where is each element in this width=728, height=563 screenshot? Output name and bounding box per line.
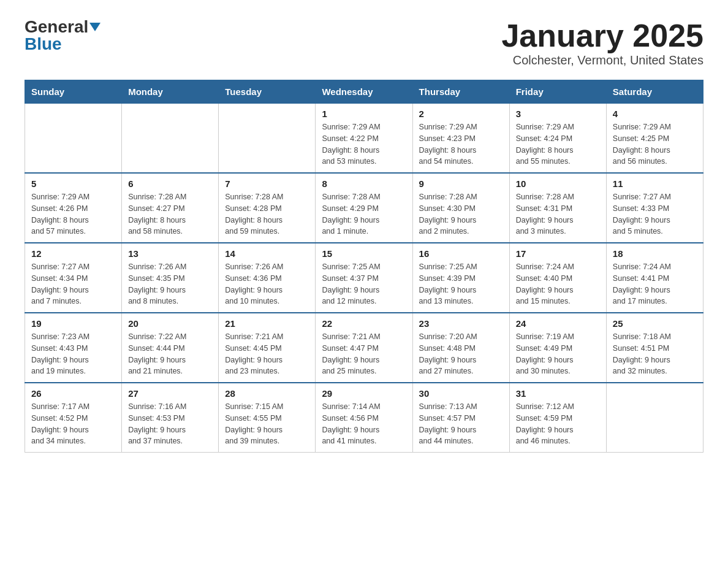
header-saturday: Saturday — [606, 80, 703, 104]
logo-blue-text: Blue — [25, 34, 62, 53]
calendar-day-cell: 19Sunrise: 7:23 AM Sunset: 4:43 PM Dayli… — [25, 313, 122, 383]
header-tuesday: Tuesday — [219, 80, 316, 104]
day-number: 8 — [322, 178, 406, 189]
calendar-day-cell: 25Sunrise: 7:18 AM Sunset: 4:51 PM Dayli… — [606, 313, 703, 383]
day-info: Sunrise: 7:12 AM Sunset: 4:59 PM Dayligh… — [516, 401, 600, 447]
calendar-week-row: 5Sunrise: 7:29 AM Sunset: 4:26 PM Daylig… — [25, 173, 703, 243]
day-number: 12 — [31, 248, 115, 259]
calendar-day-cell — [25, 104, 122, 174]
calendar-day-cell: 22Sunrise: 7:21 AM Sunset: 4:47 PM Dayli… — [316, 313, 412, 383]
calendar-week-row: 26Sunrise: 7:17 AM Sunset: 4:52 PM Dayli… — [25, 383, 703, 453]
calendar-day-cell: 28Sunrise: 7:15 AM Sunset: 4:55 PM Dayli… — [219, 383, 316, 453]
day-info: Sunrise: 7:13 AM Sunset: 4:57 PM Dayligh… — [419, 401, 503, 447]
day-info: Sunrise: 7:28 AM Sunset: 4:28 PM Dayligh… — [225, 191, 309, 237]
day-info: Sunrise: 7:27 AM Sunset: 4:34 PM Dayligh… — [31, 261, 115, 307]
day-info: Sunrise: 7:28 AM Sunset: 4:30 PM Dayligh… — [419, 191, 503, 237]
calendar-subtitle: Colchester, Vermont, United States — [501, 53, 703, 67]
day-number: 18 — [613, 248, 697, 259]
day-info: Sunrise: 7:25 AM Sunset: 4:37 PM Dayligh… — [322, 261, 406, 307]
logo: GeneralBlue — [25, 18, 100, 53]
calendar-day-cell: 2Sunrise: 7:29 AM Sunset: 4:23 PM Daylig… — [412, 104, 509, 174]
day-info: Sunrise: 7:29 AM Sunset: 4:26 PM Dayligh… — [31, 191, 115, 237]
calendar-day-cell: 6Sunrise: 7:28 AM Sunset: 4:27 PM Daylig… — [122, 173, 219, 243]
day-number: 31 — [516, 388, 600, 399]
day-info: Sunrise: 7:29 AM Sunset: 4:22 PM Dayligh… — [322, 121, 406, 167]
day-number: 1 — [322, 109, 406, 119]
day-number: 6 — [128, 178, 212, 189]
day-number: 3 — [516, 109, 600, 119]
day-number: 27 — [128, 388, 212, 399]
day-info: Sunrise: 7:29 AM Sunset: 4:25 PM Dayligh… — [613, 121, 697, 167]
header-thursday: Thursday — [412, 80, 509, 104]
day-info: Sunrise: 7:25 AM Sunset: 4:39 PM Dayligh… — [419, 261, 503, 307]
calendar-day-cell: 29Sunrise: 7:14 AM Sunset: 4:56 PM Dayli… — [316, 383, 412, 453]
calendar-day-cell: 9Sunrise: 7:28 AM Sunset: 4:30 PM Daylig… — [412, 173, 509, 243]
day-number: 22 — [322, 318, 406, 329]
day-number: 21 — [225, 318, 309, 329]
day-number: 19 — [31, 318, 115, 329]
calendar-day-cell — [122, 104, 219, 174]
day-number: 9 — [419, 178, 503, 189]
day-number: 23 — [419, 318, 503, 329]
header-sunday: Sunday — [25, 80, 122, 104]
calendar-day-cell: 7Sunrise: 7:28 AM Sunset: 4:28 PM Daylig… — [219, 173, 316, 243]
day-number: 29 — [322, 388, 406, 399]
day-number: 15 — [322, 248, 406, 259]
calendar-day-cell: 31Sunrise: 7:12 AM Sunset: 4:59 PM Dayli… — [509, 383, 606, 453]
day-info: Sunrise: 7:26 AM Sunset: 4:35 PM Dayligh… — [128, 261, 212, 307]
calendar-title: January 2025 — [501, 18, 703, 53]
calendar-week-row: 12Sunrise: 7:27 AM Sunset: 4:34 PM Dayli… — [25, 243, 703, 313]
day-number: 7 — [225, 178, 309, 189]
day-info: Sunrise: 7:27 AM Sunset: 4:33 PM Dayligh… — [613, 191, 697, 237]
day-number: 5 — [31, 178, 115, 189]
calendar-day-cell: 11Sunrise: 7:27 AM Sunset: 4:33 PM Dayli… — [606, 173, 703, 243]
calendar-day-cell: 18Sunrise: 7:24 AM Sunset: 4:41 PM Dayli… — [606, 243, 703, 313]
header-friday: Friday — [509, 80, 606, 104]
day-info: Sunrise: 7:23 AM Sunset: 4:43 PM Dayligh… — [31, 331, 115, 377]
day-info: Sunrise: 7:26 AM Sunset: 4:36 PM Dayligh… — [225, 261, 309, 307]
day-info: Sunrise: 7:21 AM Sunset: 4:45 PM Dayligh… — [225, 331, 309, 377]
day-number: 30 — [419, 388, 503, 399]
calendar-day-cell: 3Sunrise: 7:29 AM Sunset: 4:24 PM Daylig… — [509, 104, 606, 174]
day-number: 17 — [516, 248, 600, 259]
calendar-day-cell: 21Sunrise: 7:21 AM Sunset: 4:45 PM Dayli… — [219, 313, 316, 383]
day-info: Sunrise: 7:29 AM Sunset: 4:24 PM Dayligh… — [516, 121, 600, 167]
calendar-day-cell: 27Sunrise: 7:16 AM Sunset: 4:53 PM Dayli… — [122, 383, 219, 453]
calendar-day-cell — [219, 104, 316, 174]
title-block: January 2025 Colchester, Vermont, United… — [501, 18, 703, 67]
day-info: Sunrise: 7:14 AM Sunset: 4:56 PM Dayligh… — [322, 401, 406, 447]
logo-text: GeneralBlue — [25, 18, 100, 53]
calendar-day-cell: 24Sunrise: 7:19 AM Sunset: 4:49 PM Dayli… — [509, 313, 606, 383]
calendar-day-cell — [606, 383, 703, 453]
day-number: 14 — [225, 248, 309, 259]
day-number: 20 — [128, 318, 212, 329]
header-monday: Monday — [122, 80, 219, 104]
day-number: 25 — [613, 318, 697, 329]
day-number: 2 — [419, 109, 503, 119]
day-info: Sunrise: 7:24 AM Sunset: 4:40 PM Dayligh… — [516, 261, 600, 307]
calendar-day-cell: 13Sunrise: 7:26 AM Sunset: 4:35 PM Dayli… — [122, 243, 219, 313]
day-info: Sunrise: 7:28 AM Sunset: 4:27 PM Dayligh… — [128, 191, 212, 237]
calendar-day-cell: 10Sunrise: 7:28 AM Sunset: 4:31 PM Dayli… — [509, 173, 606, 243]
weekday-header-row: Sunday Monday Tuesday Wednesday Thursday… — [25, 80, 703, 104]
day-info: Sunrise: 7:20 AM Sunset: 4:48 PM Dayligh… — [419, 331, 503, 377]
calendar-day-cell: 23Sunrise: 7:20 AM Sunset: 4:48 PM Dayli… — [412, 313, 509, 383]
day-number: 28 — [225, 388, 309, 399]
day-info: Sunrise: 7:18 AM Sunset: 4:51 PM Dayligh… — [613, 331, 697, 377]
calendar-day-cell: 5Sunrise: 7:29 AM Sunset: 4:26 PM Daylig… — [25, 173, 122, 243]
calendar-day-cell: 16Sunrise: 7:25 AM Sunset: 4:39 PM Dayli… — [412, 243, 509, 313]
header-wednesday: Wednesday — [316, 80, 412, 104]
day-info: Sunrise: 7:17 AM Sunset: 4:52 PM Dayligh… — [31, 401, 115, 447]
logo-triangle-icon — [89, 23, 100, 31]
day-info: Sunrise: 7:22 AM Sunset: 4:44 PM Dayligh… — [128, 331, 212, 377]
calendar-day-cell: 15Sunrise: 7:25 AM Sunset: 4:37 PM Dayli… — [316, 243, 412, 313]
day-number: 16 — [419, 248, 503, 259]
day-info: Sunrise: 7:15 AM Sunset: 4:55 PM Dayligh… — [225, 401, 309, 447]
calendar-day-cell: 20Sunrise: 7:22 AM Sunset: 4:44 PM Dayli… — [122, 313, 219, 383]
calendar-day-cell: 8Sunrise: 7:28 AM Sunset: 4:29 PM Daylig… — [316, 173, 412, 243]
day-number: 24 — [516, 318, 600, 329]
calendar-day-cell: 1Sunrise: 7:29 AM Sunset: 4:22 PM Daylig… — [316, 104, 412, 174]
calendar-day-cell: 26Sunrise: 7:17 AM Sunset: 4:52 PM Dayli… — [25, 383, 122, 453]
day-number: 11 — [613, 178, 697, 189]
day-info: Sunrise: 7:28 AM Sunset: 4:31 PM Dayligh… — [516, 191, 600, 237]
